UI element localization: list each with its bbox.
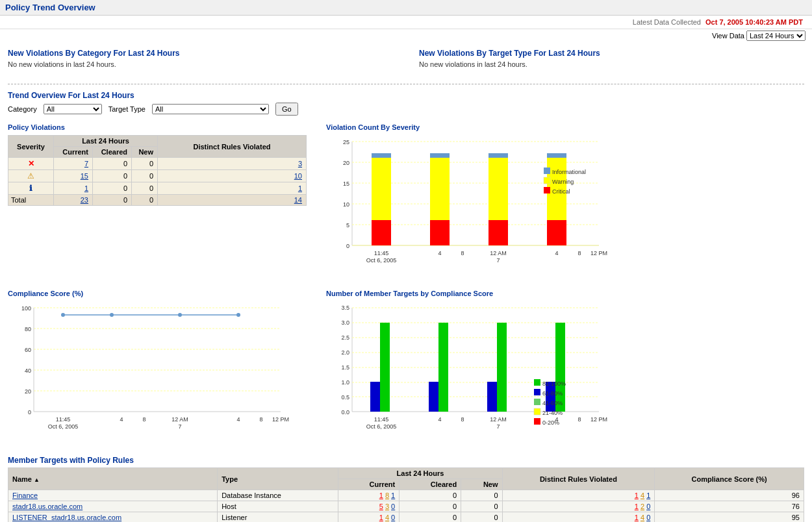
critical-icon: ✕	[28, 159, 34, 168]
name-sort-icon: ▲	[34, 477, 40, 483]
svg-rect-23	[544, 168, 550, 174]
view-data-label: View Data	[712, 32, 744, 40]
pv-col-distinct: Distinct Rules Violated	[158, 136, 307, 158]
new-violations-row: New Violations By Category For Last 24 H…	[8, 49, 804, 73]
main-content: New Violations By Category For Last 24 H…	[0, 44, 812, 522]
pv-row-total: Total 23 0 0 14	[8, 195, 307, 206]
svg-text:12 PM: 12 PM	[272, 416, 289, 423]
mt-compliance-finance: 96	[655, 490, 804, 501]
top-bar: Latest Data Collected Oct 7, 2005 10:40:…	[0, 16, 812, 29]
svg-text:11:45: 11:45	[374, 416, 389, 423]
mt-type-finance: Database Instance	[218, 490, 338, 501]
mt-new-listener: 0	[461, 512, 502, 523]
new-violations-target-title: New Violations By Target Type For Last 2…	[419, 49, 804, 58]
pv-distinct-warning: 10	[158, 170, 307, 182]
pv-total-distinct: 14	[158, 195, 307, 206]
svg-text:60: 60	[25, 347, 31, 353]
mtc-bar-green-3	[497, 323, 507, 412]
mt-current-finance: 1 8 1	[338, 490, 400, 501]
mt-name-listener: LISTENER_stadr18.us.oracle.com	[8, 512, 218, 523]
policy-violations-title: Policy Violations	[8, 123, 313, 131]
bar-info-3	[488, 153, 508, 158]
svg-text:41-60%: 41-60%	[542, 400, 563, 406]
svg-text:4: 4	[236, 416, 240, 423]
mtc-bar-green-4	[555, 323, 565, 412]
svg-text:Oct 6, 2005: Oct 6, 2005	[366, 423, 397, 430]
pv-col-severity: Severity	[8, 136, 54, 158]
pv-current-warning: 15	[54, 170, 93, 182]
svg-rect-86	[534, 389, 540, 395]
mt-distinct-finance: 1 4 1	[502, 490, 655, 501]
mt-cleared-listener: 0	[400, 512, 461, 523]
pv-cleared-info: 0	[93, 182, 132, 195]
svg-text:8: 8	[577, 416, 581, 423]
charts-row-2: Compliance Score (%) 100 80 60 40 20	[8, 290, 804, 445]
svg-text:15: 15	[343, 180, 349, 187]
latest-label: Latest Data Collected	[633, 18, 701, 26]
mt-subcol-new: New	[461, 479, 502, 490]
mt-name-stadr18: stadr18.us.oracle.com	[8, 501, 218, 512]
category-select[interactable]: All	[44, 104, 102, 114]
svg-text:4: 4	[438, 416, 441, 423]
mt-col-type: Type	[218, 468, 338, 490]
svg-point-46	[110, 313, 114, 317]
new-violations-category-title: New Violations By Category For Last 24 H…	[8, 49, 393, 58]
pv-cleared-warning: 0	[93, 170, 132, 182]
svg-text:Informational: Informational	[552, 169, 586, 175]
svg-rect-84	[534, 379, 540, 386]
pv-col-cleared: Cleared	[93, 147, 132, 158]
bar-critical-3	[488, 220, 508, 245]
violation-count-panel: Violation Count By Severity 25 20 15	[326, 123, 804, 279]
mtc-bar-green-2	[438, 323, 448, 412]
new-violations-category: New Violations By Category For Last 24 H…	[8, 49, 393, 73]
member-targets-compliance-panel: Number of Member Targets by Compliance S…	[326, 290, 804, 445]
bar-info-1	[372, 153, 391, 158]
violation-count-chart: 25 20 15 10 5 0	[326, 135, 625, 278]
pv-total-new: 0	[132, 195, 158, 206]
svg-text:1.0: 1.0	[341, 379, 349, 386]
mt-compliance-listener: 95	[655, 512, 804, 523]
info-icon: ℹ	[29, 184, 32, 193]
category-label: Category	[8, 105, 37, 113]
svg-text:2.0: 2.0	[341, 349, 349, 356]
svg-text:Oct 6, 2005: Oct 6, 2005	[366, 257, 397, 264]
svg-text:8: 8	[259, 416, 262, 423]
svg-rect-92	[534, 418, 540, 425]
target-type-select[interactable]: All	[152, 104, 269, 114]
mt-distinct-stadr18: 1 2 0	[502, 501, 655, 512]
svg-text:25: 25	[343, 139, 349, 145]
svg-rect-27	[544, 187, 550, 193]
trend-title: Trend Overview For Last 24 Hours	[8, 91, 804, 100]
mtc-bar-blue-3	[487, 382, 497, 412]
page-header: Policy Trend Overview	[0, 0, 812, 16]
svg-text:4: 4	[438, 250, 441, 256]
bar-warning-2	[430, 158, 450, 220]
view-data-select[interactable]: Last 24 Hours Last 7 Days Last 31 Days	[746, 31, 806, 41]
svg-text:Critical: Critical	[552, 188, 570, 195]
svg-text:61-80%: 61-80%	[542, 390, 563, 397]
bar-info-4	[547, 153, 566, 158]
warning-icon: ⚠	[27, 171, 34, 180]
svg-point-45	[61, 313, 65, 317]
pv-distinct-info: 1	[158, 182, 307, 195]
pv-col-current: Current	[54, 147, 93, 158]
member-targets-section: Member Targets with Policy Rules Name ▲ …	[8, 456, 804, 522]
mt-col-distinct: Distinct Rules Violated	[502, 468, 655, 490]
svg-text:0-20%: 0-20%	[542, 419, 559, 426]
compliance-score-chart: 100 80 60 40 20 0	[8, 301, 307, 444]
mt-row-finance: Finance Database Instance 1 8 1 0 0 1 4 …	[8, 490, 804, 501]
policy-violations-table: Severity Last 24 Hours Distinct Rules Vi…	[8, 135, 307, 206]
svg-text:0.5: 0.5	[341, 394, 349, 401]
svg-text:11:45: 11:45	[374, 250, 389, 256]
svg-text:10: 10	[343, 201, 349, 208]
pv-cleared-critical: 0	[93, 158, 132, 170]
pv-severity-warning: ⚠	[8, 170, 54, 182]
go-button[interactable]: Go	[275, 103, 298, 116]
mt-col-compliance: Compliance Score (%)	[655, 468, 804, 490]
pv-current-info: 1	[54, 182, 93, 195]
svg-text:12 AM: 12 AM	[490, 250, 507, 256]
pv-row-info: ℹ 1 0 0 1	[8, 182, 307, 195]
pv-total-label: Total	[8, 195, 54, 206]
svg-text:12 PM: 12 PM	[590, 250, 607, 256]
charts-row-1: Policy Violations Severity Last 24 Hours…	[8, 123, 804, 279]
